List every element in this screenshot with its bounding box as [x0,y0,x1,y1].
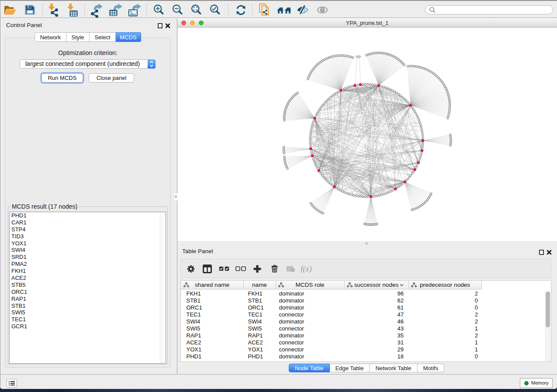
svg-text:f(x): f(x) [301,265,312,273]
